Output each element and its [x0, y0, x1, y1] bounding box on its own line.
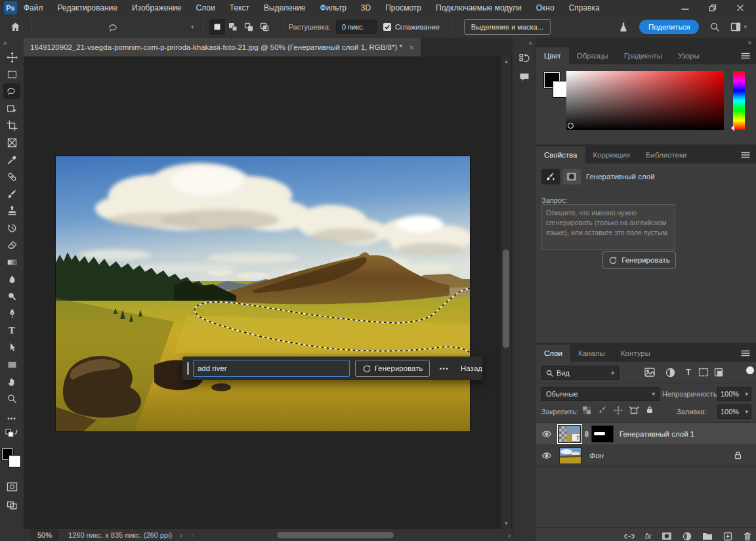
background-layer-thumbnail[interactable]: [559, 447, 581, 464]
new-layer-icon[interactable]: [723, 532, 732, 541]
background-color-swatch[interactable]: [9, 456, 20, 467]
visibility-eye-icon[interactable]: [541, 452, 552, 460]
scroll-up-icon[interactable]: ▴: [501, 58, 511, 64]
feather-input[interactable]: 0 пикс.: [336, 20, 377, 34]
filter-type-layers-icon[interactable]: T: [686, 367, 691, 377]
layer-filter-select[interactable]: Вид ▾: [541, 366, 619, 380]
tool-hand[interactable]: [3, 374, 20, 389]
tool-dodge[interactable]: [3, 288, 20, 304]
select-and-mask-button[interactable]: Выделение и маска...: [464, 19, 551, 35]
comments-panel-button[interactable]: [516, 69, 533, 85]
edit-toolbar-button[interactable]: •••: [3, 410, 20, 426]
tool-history-brush[interactable]: [3, 220, 20, 236]
tool-lasso[interactable]: [3, 83, 20, 99]
tool-healing-brush[interactable]: [3, 169, 20, 184]
tab-swatches[interactable]: Образцы: [569, 47, 616, 64]
prompt-input[interactable]: [193, 360, 350, 377]
antialias-checkbox[interactable]: [383, 23, 391, 31]
layers-panel-menu-icon[interactable]: [734, 350, 756, 357]
restore-button[interactable]: [709, 4, 717, 12]
intersect-selection-mode[interactable]: [257, 19, 272, 35]
tab-libraries[interactable]: Библиотеки: [638, 146, 694, 163]
blend-mode-select[interactable]: Обычные ▾: [541, 387, 660, 401]
beta-flask-icon[interactable]: [618, 22, 629, 33]
lock-position-icon[interactable]: [614, 406, 623, 415]
canvas-photo[interactable]: [56, 156, 470, 431]
menu-3d[interactable]: 3D: [361, 3, 371, 12]
back-button[interactable]: Назад: [461, 364, 482, 372]
tool-frame[interactable]: [3, 135, 20, 150]
menu-view[interactable]: Просмотр: [385, 3, 421, 12]
layer-thumbnail-frame[interactable]: [557, 424, 582, 444]
search-icon[interactable]: [709, 22, 720, 32]
tab-patterns[interactable]: Узоры: [670, 47, 707, 64]
lock-all-icon[interactable]: [645, 405, 654, 414]
add-to-selection-mode[interactable]: [225, 19, 241, 35]
menu-image[interactable]: Изображение: [132, 3, 182, 12]
menu-select[interactable]: Выделение: [264, 3, 306, 12]
tool-move[interactable]: [3, 49, 20, 65]
tool-clone-stamp[interactable]: [3, 203, 20, 219]
lock-transparency-icon[interactable]: [582, 406, 591, 415]
document-tab[interactable]: 1649120902_21-vsegda-pomnim-com-p-prirod…: [24, 38, 421, 56]
layer-name[interactable]: Генеративный слой 1: [620, 430, 694, 438]
share-button[interactable]: Поделиться: [639, 20, 700, 34]
tool-shape[interactable]: [3, 357, 20, 372]
new-adjustment-layer-icon[interactable]: [682, 532, 692, 541]
properties-panel-menu-icon[interactable]: [734, 152, 756, 158]
zoom-level-field[interactable]: 50%: [32, 530, 58, 540]
menu-type[interactable]: Текст: [230, 3, 249, 12]
tab-properties[interactable]: Свойства: [536, 146, 585, 163]
canvas-area[interactable]: Генерировать ••• Назад: [24, 56, 512, 529]
tool-type[interactable]: T: [3, 322, 20, 338]
menu-edit[interactable]: Редактирование: [58, 3, 117, 12]
expand-panels-chevron[interactable]: «: [513, 38, 536, 48]
filter-shape-layers-icon[interactable]: [698, 368, 709, 377]
generative-layer-thumbnail[interactable]: [558, 425, 581, 443]
tab-gradients[interactable]: Градиенты: [616, 47, 670, 64]
menu-window[interactable]: Окно: [536, 3, 555, 12]
tab-layers[interactable]: Слои: [536, 345, 570, 362]
collapse-dock-chevron[interactable]: »: [536, 38, 756, 47]
screen-mode-button[interactable]: [3, 497, 20, 513]
visibility-eye-icon[interactable]: [541, 430, 552, 438]
tool-object-selection[interactable]: [3, 100, 20, 116]
tool-eyedropper[interactable]: [3, 152, 20, 167]
layer-mask-properties-button[interactable]: [562, 169, 581, 184]
close-tab-icon[interactable]: ✕: [409, 44, 414, 51]
more-options-icon[interactable]: •••: [439, 364, 449, 372]
opacity-field[interactable]: 100% ▾: [717, 387, 751, 401]
home-button[interactable]: [7, 19, 24, 35]
new-selection-mode[interactable]: [209, 19, 225, 35]
layer-filter-toggle[interactable]: [746, 366, 754, 374]
tab-adjustments[interactable]: Коррекция: [585, 146, 639, 163]
mask-link-icon[interactable]: [583, 429, 590, 439]
tool-zoom[interactable]: [3, 391, 20, 406]
minimize-button[interactable]: [681, 4, 689, 12]
quick-mask-button[interactable]: [3, 479, 20, 494]
lock-pixels-icon[interactable]: [598, 406, 607, 415]
generate-button-taskbar[interactable]: Генерировать: [355, 360, 430, 377]
delete-layer-icon[interactable]: [743, 532, 752, 541]
current-tool-lasso[interactable]: [105, 20, 122, 35]
workspace-switcher[interactable]: ▾: [730, 22, 747, 32]
history-panel-button[interactable]: [516, 51, 533, 66]
filter-smart-objects-icon[interactable]: [714, 368, 723, 377]
layer-style-fx-icon[interactable]: fx: [645, 532, 651, 541]
menu-plugins[interactable]: Подключаемые модули: [436, 3, 522, 12]
new-group-icon[interactable]: [702, 532, 713, 540]
color-field-marker[interactable]: [568, 123, 574, 129]
tool-crop[interactable]: [3, 118, 20, 133]
scroll-down-icon[interactable]: ▾: [501, 520, 511, 527]
layer-row-background[interactable]: Фон: [536, 444, 756, 467]
prompt-textarea[interactable]: [541, 204, 675, 250]
tab-paths[interactable]: Контуры: [613, 345, 658, 362]
menu-file[interactable]: Файл: [24, 3, 43, 12]
taskbar-drag-handle[interactable]: [187, 362, 189, 375]
tool-pen[interactable]: [3, 305, 20, 321]
collapse-tools-chevron[interactable]: »: [0, 38, 24, 48]
vertical-scrollbar[interactable]: ▴ ▾: [501, 56, 511, 529]
link-layers-icon[interactable]: [624, 533, 635, 540]
filter-adjustment-layers-icon[interactable]: [665, 368, 675, 378]
fill-field[interactable]: 100% ▾: [717, 404, 751, 419]
